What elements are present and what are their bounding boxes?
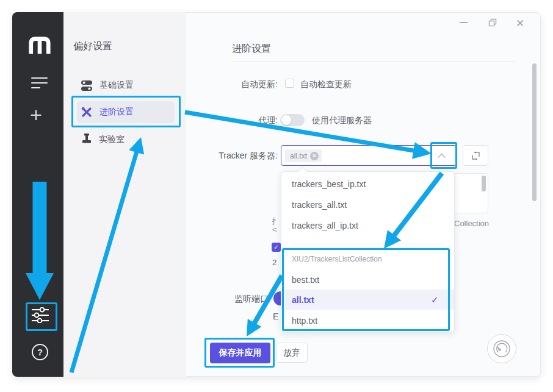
minimize-button[interactable] xyxy=(460,22,468,23)
annotation-box xyxy=(430,142,457,169)
toggle-knob xyxy=(281,115,291,125)
sidebar-item-label: 实验室 xyxy=(99,134,125,145)
motrix-logo-icon xyxy=(28,35,51,55)
basic-settings-icon xyxy=(81,80,92,91)
sidebar-item-lab[interactable]: 实验室 xyxy=(82,134,125,145)
tracker-tag[interactable]: all.txt ✕ xyxy=(285,149,322,162)
proxy-toggle[interactable] xyxy=(280,114,305,126)
title-divider xyxy=(232,62,516,62)
annotation-box xyxy=(71,96,181,127)
dropdown-divider xyxy=(292,244,443,244)
page-title: 进阶设置 xyxy=(232,43,271,55)
task-list-icon[interactable] xyxy=(31,77,48,88)
clipped-text-fragment: E xyxy=(273,312,278,321)
add-task-icon[interactable]: + xyxy=(30,104,42,125)
main-scrollbar[interactable] xyxy=(532,63,537,201)
sidebar-item-basic-settings[interactable]: 基础设置 xyxy=(81,80,134,91)
proxy-toggle-label: 使用代理服务器 xyxy=(312,115,372,126)
tracker-label: Tracker 服务器: xyxy=(211,151,278,162)
sidebar-item-label: 基础设置 xyxy=(99,80,134,91)
listen-port-label: 监听端口 xyxy=(234,294,269,305)
screenshot-stage: + ? 偏好设置 基础设置 进阶设置 xyxy=(0,0,553,392)
dropdown-item[interactable]: trackers_all_ip.txt xyxy=(292,221,358,230)
speedometer-icon xyxy=(493,340,511,358)
dropdown-item[interactable]: trackers_all.txt xyxy=(292,200,347,210)
maximize-button[interactable] xyxy=(488,18,497,27)
tag-close-icon[interactable]: ✕ xyxy=(310,152,319,160)
preferences-panel xyxy=(63,12,186,377)
dropdown-item[interactable]: trackers_best_ip.txt xyxy=(292,179,366,189)
proxy-label: 代理: xyxy=(211,115,278,126)
auto-update-checkbox-label: 自动检查更新 xyxy=(300,79,352,90)
annotation-box xyxy=(26,302,57,331)
annotation-box xyxy=(204,338,275,368)
sync-tracker-button[interactable] xyxy=(463,145,488,166)
preferences-title: 偏好设置 xyxy=(73,40,112,53)
tag-label: all.txt xyxy=(290,152,307,160)
close-button[interactable]: ✕ xyxy=(516,17,524,30)
discard-button[interactable]: 放弃 xyxy=(276,343,308,363)
hint-text-fragment: Collection xyxy=(454,219,489,228)
auto-update-label: 自动更新: xyxy=(211,79,278,90)
auto-update-checkbox[interactable] xyxy=(285,79,294,88)
lab-icon xyxy=(82,134,92,145)
clipped-text-fragment: 2 xyxy=(272,258,276,267)
auto-sync-checkbox[interactable]: ✓ xyxy=(272,243,281,252)
textarea-scrollbar[interactable] xyxy=(482,176,486,191)
annotation-box xyxy=(282,248,450,331)
help-icon[interactable]: ? xyxy=(32,344,48,360)
speed-test-button[interactable] xyxy=(487,334,516,363)
clipped-text-fragment: < xyxy=(272,225,277,234)
sync-tracker-icon xyxy=(471,151,481,161)
